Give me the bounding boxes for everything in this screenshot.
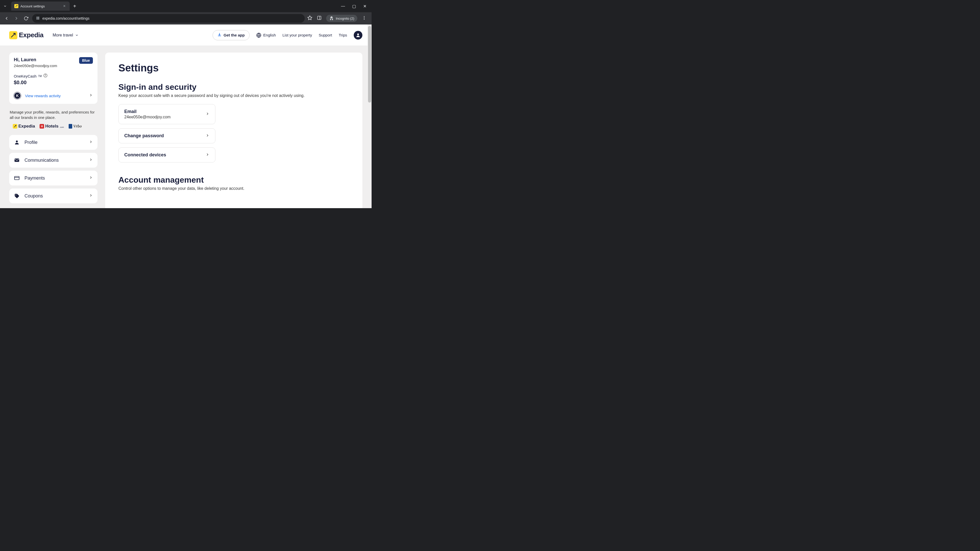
section-account-mgmt-title: Account management	[118, 175, 349, 185]
get-app-button[interactable]: Get the app	[213, 30, 250, 40]
browser-toolbar: expedia.com/account/settings Incognito (…	[0, 12, 372, 24]
chevron-right-icon	[89, 158, 93, 163]
chevron-down-icon	[75, 33, 79, 37]
card-icon	[14, 175, 20, 181]
svg-point-4	[37, 19, 37, 19]
scrollbar[interactable]	[368, 24, 372, 208]
svg-rect-1	[38, 17, 39, 17]
sidebar-item-coupons[interactable]: Coupons	[9, 189, 97, 203]
page-title: Settings	[118, 62, 349, 74]
chevron-right-icon	[89, 193, 93, 198]
chevron-right-icon	[205, 152, 210, 158]
more-travel-menu[interactable]: More travel	[52, 33, 79, 38]
side-panel-icon[interactable]	[317, 16, 321, 21]
bookmark-icon[interactable]	[307, 15, 312, 21]
trips-link[interactable]: Trips	[339, 33, 347, 37]
site-header: Expedia More travel Get the app English …	[0, 24, 372, 46]
address-bar[interactable]: expedia.com/account/settings	[32, 14, 305, 23]
user-email: 24ee050e@moodjoy.com	[14, 64, 57, 68]
svg-marker-6	[307, 16, 312, 20]
user-summary-card: Hi, Lauren 24ee050e@moodjoy.com Blue One…	[9, 52, 97, 104]
download-icon	[218, 33, 221, 38]
svg-rect-3	[38, 18, 39, 18]
forward-button[interactable]	[13, 15, 20, 22]
view-rewards-link[interactable]: K View rewards activity	[14, 91, 93, 100]
url-text: expedia.com/account/settings	[42, 16, 89, 21]
incognito-indicator[interactable]: Incognito (2)	[326, 15, 357, 22]
scrollbar-thumb[interactable]	[368, 26, 371, 103]
onekeycash-amount: $0.00	[14, 79, 93, 86]
site-settings-icon[interactable]	[36, 16, 40, 21]
chevron-right-icon	[89, 140, 93, 145]
tag-icon	[14, 193, 20, 199]
svg-rect-19	[14, 159, 19, 162]
expedia-logo-icon	[9, 31, 18, 39]
chevron-right-icon	[205, 133, 210, 138]
back-button[interactable]	[3, 15, 10, 22]
content-area: Hi, Lauren 24ee050e@moodjoy.com Blue One…	[0, 46, 372, 208]
expedia-logo-text: Expedia	[19, 31, 43, 39]
globe-icon	[256, 33, 261, 38]
trademark-label: TM	[38, 75, 41, 78]
incognito-label: Incognito (2)	[336, 17, 354, 21]
tab-title: Account settings	[21, 4, 45, 8]
greeting: Hi, Lauren	[14, 57, 57, 62]
rewards-link-text: View rewards activity	[25, 94, 61, 98]
expedia-logo[interactable]: Expedia	[9, 31, 43, 39]
person-icon	[14, 140, 20, 145]
window-controls: — ▢ ✕	[341, 4, 372, 9]
account-avatar[interactable]	[354, 31, 363, 40]
language-label: English	[263, 33, 276, 37]
maximize-icon[interactable]: ▢	[352, 4, 356, 9]
tier-badge: Blue	[79, 57, 93, 64]
setting-change-password[interactable]: Change password	[118, 128, 215, 143]
language-selector[interactable]: English	[256, 33, 276, 38]
onekeycash-label: OneKeyCash	[14, 74, 37, 78]
sidebar: Hi, Lauren 24ee050e@moodjoy.com Blue One…	[9, 52, 97, 206]
close-window-icon[interactable]: ✕	[363, 4, 366, 9]
svg-point-10	[364, 17, 365, 18]
onekey-logo-icon: K	[14, 92, 21, 99]
menu-icon[interactable]	[362, 16, 366, 21]
svg-rect-7	[318, 16, 321, 20]
vrbo-brand-icon	[68, 124, 72, 129]
browser-tab[interactable]: Account settings ×	[11, 2, 70, 11]
sidebar-item-communications[interactable]: Communications	[9, 153, 97, 168]
svg-point-11	[364, 19, 365, 20]
svg-point-9	[364, 16, 365, 17]
chevron-right-icon	[89, 176, 93, 181]
info-icon[interactable]	[43, 73, 48, 79]
svg-point-0	[37, 17, 37, 17]
list-property-link[interactable]: List your property	[283, 33, 312, 37]
person-icon	[355, 33, 361, 38]
manage-description: Manage your profile, rewards, and prefer…	[10, 110, 97, 120]
chevron-right-icon	[89, 93, 93, 98]
brand-hotels: H Hotels .com	[40, 124, 64, 129]
reload-button[interactable]	[22, 15, 30, 22]
brands-row: Expedia H Hotels .com Vrbo	[9, 124, 97, 129]
minimize-icon[interactable]: —	[341, 4, 345, 9]
svg-point-22	[16, 195, 16, 195]
get-app-label: Get the app	[224, 33, 245, 37]
hotels-brand-icon: H	[40, 124, 44, 129]
tab-search-dropdown[interactable]	[0, 2, 10, 11]
expedia-brand-icon	[13, 124, 18, 129]
tab-close-icon[interactable]: ×	[62, 4, 66, 8]
page-viewport: Expedia More travel Get the app English …	[0, 24, 372, 208]
svg-rect-20	[14, 176, 19, 180]
brand-vrbo: Vrbo	[68, 124, 82, 129]
brand-expedia: Expedia	[13, 124, 35, 129]
support-link[interactable]: Support	[319, 33, 332, 37]
setting-email[interactable]: Email 24ee050e@moodjoy.com	[118, 104, 215, 124]
section-account-mgmt-desc: Control other options to manage your dat…	[118, 186, 349, 191]
chevron-right-icon	[205, 112, 210, 117]
svg-point-18	[16, 141, 18, 142]
svg-point-14	[357, 33, 359, 35]
sidebar-item-payments[interactable]: Payments	[9, 171, 97, 186]
new-tab-button[interactable]: +	[70, 3, 80, 9]
section-signin-desc: Keep your account safe with a secure pas…	[118, 94, 349, 98]
setting-connected-devices[interactable]: Connected devices	[118, 148, 215, 162]
more-travel-label: More travel	[52, 33, 73, 38]
sidebar-item-profile[interactable]: Profile	[9, 135, 97, 150]
mail-icon	[14, 157, 20, 163]
